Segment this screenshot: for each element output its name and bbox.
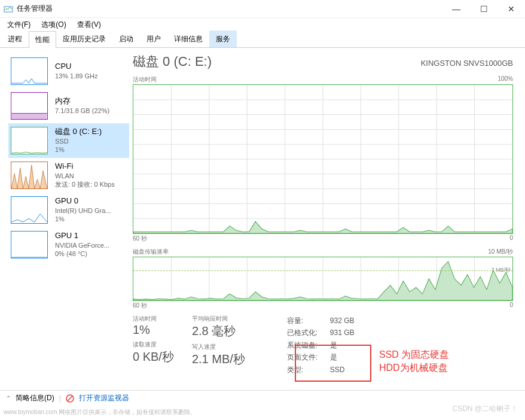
tab-performance[interactable]: 性能	[29, 31, 56, 48]
menu-options[interactable]: 选项(O)	[36, 19, 71, 31]
cpu-sub: 13% 1.89 GHz	[55, 72, 98, 80]
cpu-title: CPU	[55, 62, 98, 72]
statusbar: ⌃ 简略信息(D) | 打开资源监视器	[0, 390, 525, 406]
csdn-watermark: CSDN @二哈喇子！	[452, 404, 518, 414]
menu-file[interactable]: 文件(F)	[2, 19, 35, 31]
wifi-thumb	[11, 162, 48, 189]
disk-thumb	[11, 127, 48, 154]
taskmgr-icon	[4, 4, 13, 14]
activity-chart-block: 活动时间 100% 60 秒 0	[133, 75, 513, 243]
capacity-key: 容量:	[287, 315, 323, 327]
gpu0-sub1: Intel(R) UHD Gra...	[55, 206, 111, 215]
activity-chart	[133, 84, 513, 234]
transfer-max: 10 MB/秒	[488, 248, 513, 256]
wifi-title: Wi-Fi	[55, 162, 115, 172]
resp-label: 平均响应时间	[192, 315, 245, 323]
fewer-details[interactable]: 简略信息(D)	[16, 393, 54, 403]
gpu0-title: GPU 0	[55, 196, 111, 206]
gpu0-sub2: 1%	[55, 215, 111, 223]
tab-users[interactable]: 用户	[140, 31, 167, 47]
memory-sub: 7.1/31.8 GB (22%)	[55, 106, 109, 115]
memory-title: 内存	[55, 96, 109, 106]
disk-title: 磁盘 0 (C: E:)	[55, 127, 102, 137]
activity-axis-right: 0	[509, 235, 513, 243]
gpu1-sub2: 0% (48 °C)	[55, 249, 109, 258]
gpu1-thumb	[11, 231, 48, 258]
memory-thumb	[11, 92, 48, 120]
active-value: 1%	[133, 323, 174, 337]
annotation-text: SSD 为固态硬盘 HDD为机械硬盘	[379, 348, 449, 375]
transfer-label: 磁盘传输速率	[133, 248, 169, 256]
tab-services[interactable]: 服务	[209, 31, 237, 47]
svg-rect-1	[11, 113, 47, 119]
watermark: www.toymoban.com 网络图片仅供展示，非存储，如有侵权请联系删除。	[4, 408, 196, 416]
activity-max: 100%	[497, 75, 513, 84]
gpu1-title: GPU 1	[55, 231, 109, 241]
write-value: 2.1 MB/秒	[192, 351, 245, 367]
transfer-axis-left: 60 秒	[133, 302, 147, 310]
disk-sub1: SSD	[55, 137, 102, 145]
tab-processes[interactable]: 进程	[1, 31, 29, 47]
sidebar: CPU 13% 1.89 GHz 内存 7.1/31.8 GB (22%) 磁盘…	[0, 48, 129, 395]
sidebar-item-memory[interactable]: 内存 7.1/31.8 GB (22%)	[8, 89, 129, 123]
disk-model: KINGSTON SNVS1000GB	[421, 59, 513, 68]
maximize-button[interactable]: ☐	[470, 0, 497, 18]
main-panel: 磁盘 0 (C: E:) KINGSTON SNVS1000GB 活动时间 10…	[129, 48, 525, 395]
tab-bar: 进程 性能 应用历史记录 启动 用户 详细信息 服务	[0, 31, 525, 48]
transfer-chart: 7 MB/秒	[133, 257, 513, 301]
main-title: 磁盘 0 (C: E:)	[133, 53, 212, 71]
gpu1-sub1: NVIDIA GeForce...	[55, 241, 109, 249]
activity-label: 活动时间	[133, 75, 157, 84]
transfer-axis-right: 0	[509, 302, 513, 310]
gpu0-thumb	[11, 196, 48, 224]
cpu-thumb	[11, 57, 48, 85]
active-label: 活动时间	[133, 315, 174, 323]
menubar: 文件(F) 选项(O) 查看(V)	[0, 18, 525, 31]
close-button[interactable]: ✕	[497, 0, 525, 18]
tab-startup[interactable]: 启动	[112, 31, 140, 47]
sidebar-item-wifi[interactable]: Wi-Fi WLAN 发送: 0 接收: 0 Kbps	[8, 158, 129, 193]
formatted-key: 已格式化:	[287, 327, 323, 339]
tab-details[interactable]: 详细信息	[167, 31, 209, 47]
capacity-val: 932 GB	[330, 315, 355, 327]
menu-view[interactable]: 查看(V)	[72, 19, 106, 31]
window-title: 任务管理器	[17, 4, 442, 14]
write-label: 写入速度	[192, 343, 245, 351]
transfer-dashed-label: 7 MB/秒	[491, 266, 511, 274]
sidebar-item-gpu0[interactable]: GPU 0 Intel(R) UHD Gra... 1%	[8, 193, 129, 227]
sidebar-item-disk[interactable]: 磁盘 0 (C: E:) SSD 1%	[8, 123, 129, 158]
resp-value: 2.8 毫秒	[192, 323, 245, 339]
wifi-sub1: WLAN	[55, 172, 115, 180]
read-label: 读取速度	[133, 340, 174, 349]
formatted-val: 931 GB	[330, 327, 355, 339]
expand-icon[interactable]: ⌃	[6, 395, 11, 401]
wifi-sub2: 发送: 0 接收: 0 Kbps	[55, 180, 115, 188]
sidebar-item-cpu[interactable]: CPU 13% 1.89 GHz	[8, 54, 129, 89]
activity-axis-left: 60 秒	[133, 235, 147, 243]
content-area: CPU 13% 1.89 GHz 内存 7.1/31.8 GB (22%) 磁盘…	[0, 48, 525, 395]
annotation-box	[295, 345, 371, 382]
svg-line-30	[68, 396, 72, 401]
transfer-chart-block: 磁盘传输速率 10 MB/秒 7 MB/秒 60 秒 0	[133, 248, 513, 310]
sidebar-item-gpu1[interactable]: GPU 1 NVIDIA GeForce... 0% (48 °C)	[8, 227, 129, 262]
titlebar: 任务管理器 — ☐ ✕	[0, 0, 525, 18]
open-resmon[interactable]: 打开资源监视器	[79, 393, 129, 403]
minimize-button[interactable]: —	[442, 0, 470, 18]
read-value: 0 KB/秒	[133, 349, 174, 365]
resmon-icon	[66, 394, 74, 403]
disk-sub2: 1%	[55, 145, 102, 154]
tab-history[interactable]: 应用历史记录	[56, 31, 112, 47]
